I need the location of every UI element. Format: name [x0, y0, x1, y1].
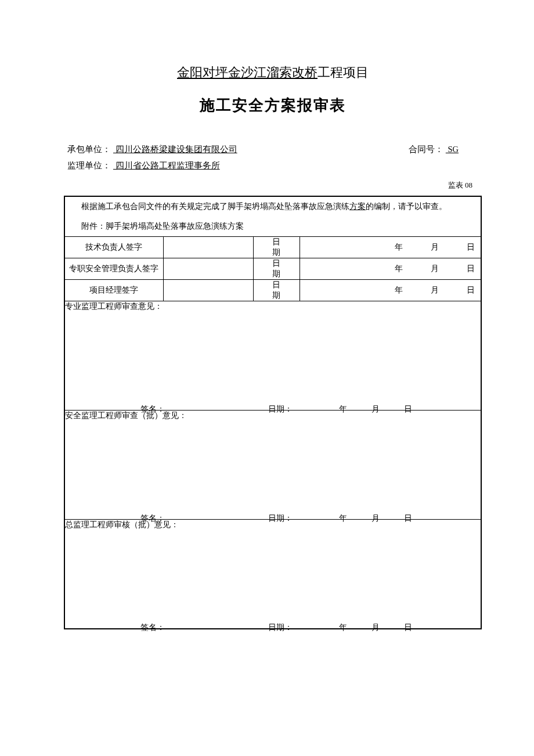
- review-header-1: 专业监理工程师审查意见：: [65, 301, 481, 312]
- supervisor-value: 四川省公路工程监理事务所: [111, 161, 222, 170]
- sign-space-tech[interactable]: [163, 237, 253, 258]
- sign-date-label-pm: 日 期: [253, 280, 300, 301]
- sign-date-value-safety[interactable]: 年月日: [300, 258, 481, 280]
- day-unit: 日: [467, 242, 475, 253]
- review-date-value-3[interactable]: 年月日: [315, 622, 412, 633]
- day-unit: 日: [467, 285, 475, 296]
- review-header-3: 总监理工程师审核（批）意见：: [65, 520, 481, 530]
- review-row-3: 总监理工程师审核（批）意见： 签名： 日期： 年月日: [64, 520, 481, 629]
- intro-suffix: 的编制，请予以审查。: [366, 202, 447, 211]
- sign-label-pm: 项目经理签字: [64, 280, 163, 301]
- year-unit: 年: [395, 242, 403, 253]
- sign-row-pm: 项目经理签字 日 期 年月日: [64, 280, 481, 301]
- day-unit: 日: [467, 264, 475, 274]
- contractor-value: 四川公路桥梁建设集团有限公司: [111, 145, 240, 154]
- sign-label-tech: 技术负责人签字: [64, 237, 163, 258]
- attachment-label: 附件：: [81, 222, 106, 231]
- form-title: 施工安全方案报审表: [64, 95, 482, 116]
- month-unit: 月: [431, 285, 439, 296]
- day-unit: 日: [404, 623, 412, 632]
- contractor-field: 承包单位： 四川公路桥梁建设集团有限公司: [67, 141, 240, 157]
- contract-no-label: 合同号：: [409, 145, 443, 154]
- meta-row-2: 监理单位： 四川省公路工程监理事务所: [67, 157, 478, 174]
- intro-row: 根据施工承包合同文件的有关规定完成了脚手架坍塌高处坠落事故应急演练方案的编制，请…: [64, 196, 481, 237]
- year-unit: 年: [395, 264, 403, 274]
- contract-no-field: 合同号： SG: [409, 141, 478, 157]
- form-table: 根据施工承包合同文件的有关规定完成了脚手架坍塌高处坠落事故应急演练方案的编制，请…: [64, 196, 482, 629]
- sign-date-label-safety: 日 期: [253, 258, 300, 280]
- intro-underlined: 方案: [349, 202, 366, 211]
- document-page: 金阳对坪金沙江溜索改桥工程项目 施工安全方案报审表 承包单位： 四川公路桥梁建设…: [0, 0, 534, 687]
- month-unit: 月: [371, 623, 380, 632]
- year-unit: 年: [395, 285, 403, 296]
- sign-space-pm[interactable]: [163, 280, 253, 301]
- review-cell-professional: 专业监理工程师审查意见： 签名： 日期： 年月日: [64, 301, 481, 411]
- intro-prefix: 根据施工承包合同文件的有关规定完成了脚手架坍塌高处坠落事故应急演练: [81, 202, 349, 211]
- intro-cell: 根据施工承包合同文件的有关规定完成了脚手架坍塌高处坠落事故应急演练方案的编制，请…: [64, 196, 481, 237]
- sign-date-value-tech[interactable]: 年月日: [300, 237, 481, 258]
- form-code: 监表 08: [67, 177, 478, 193]
- sign-row-safety: 专职安全管理负责人签字 日 期 年月日: [64, 258, 481, 280]
- review-cell-chief-engineer: 总监理工程师审核（批）意见： 签名： 日期： 年月日: [64, 520, 481, 629]
- review-date-label-3: 日期：: [268, 622, 293, 633]
- project-title-underlined: 金阳对坪金沙江溜索改桥: [177, 65, 317, 80]
- sign-label-safety: 专职安全管理负责人签字: [64, 258, 163, 280]
- sign-date-label-tech: 日 期: [253, 237, 300, 258]
- project-title-suffix: 工程项目: [317, 65, 369, 80]
- review-header-2: 安全监理工程师审查（批）意见：: [65, 411, 481, 421]
- meta-row-1: 承包单位： 四川公路桥梁建设集团有限公司 合同号： SG: [67, 141, 478, 157]
- supervisor-field: 监理单位： 四川省公路工程监理事务所: [67, 157, 222, 174]
- sign-date-value-pm[interactable]: 年月日: [300, 280, 481, 301]
- project-title: 金阳对坪金沙江溜索改桥工程项目: [64, 64, 482, 81]
- year-unit: 年: [339, 623, 347, 632]
- month-unit: 月: [431, 242, 439, 253]
- supervisor-label: 监理单位：: [67, 161, 111, 170]
- attachment-value: 脚手架坍塌高处坠落事故应急演练方案: [106, 222, 244, 231]
- review-cell-safety-engineer: 安全监理工程师审查（批）意见： 签名： 日期： 年月日: [64, 411, 481, 520]
- sign-row-tech: 技术负责人签字 日 期 年月日: [64, 237, 481, 258]
- attachment-line: 附件：脚手架坍塌高处坠落事故应急演练方案: [65, 217, 481, 236]
- review-sign-label-3: 签名：: [140, 622, 165, 633]
- meta-block: 承包单位： 四川公路桥梁建设集团有限公司 合同号： SG 监理单位： 四川省公路…: [64, 141, 482, 193]
- intro-text: 根据施工承包合同文件的有关规定完成了脚手架坍塌高处坠落事故应急演练方案的编制，请…: [65, 197, 481, 217]
- month-unit: 月: [431, 264, 439, 274]
- review-row-1: 专业监理工程师审查意见： 签名： 日期： 年月日: [64, 301, 481, 411]
- review-row-2: 安全监理工程师审查（批）意见： 签名： 日期： 年月日: [64, 411, 481, 520]
- sign-space-safety[interactable]: [163, 258, 253, 280]
- contractor-label: 承包单位：: [67, 145, 111, 154]
- contract-no-value: SG: [443, 145, 461, 154]
